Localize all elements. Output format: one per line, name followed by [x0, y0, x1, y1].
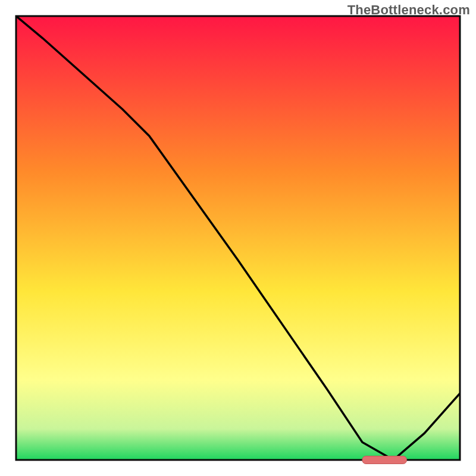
chart-container: TheBottleneck.com [0, 0, 476, 476]
plot-background [16, 16, 460, 460]
watermark-text: TheBottleneck.com [347, 2, 470, 18]
optimal-range-marker [362, 456, 407, 464]
bottleneck-chart [0, 0, 476, 476]
